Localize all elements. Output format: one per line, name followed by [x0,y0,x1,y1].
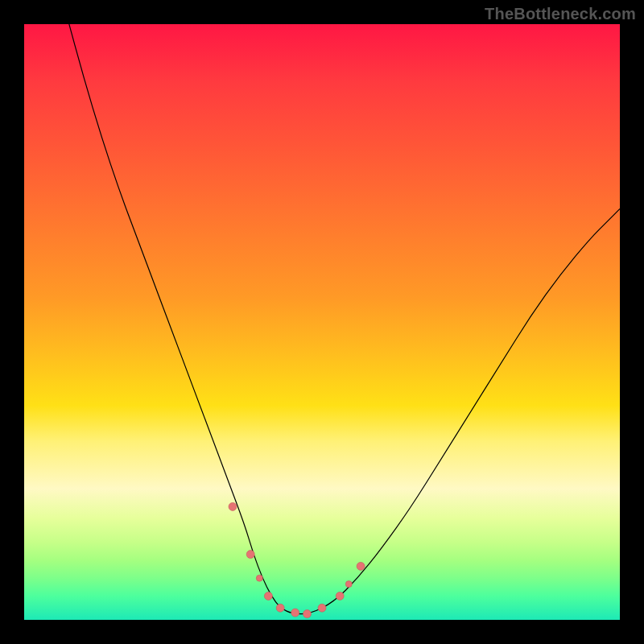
curve-marker [357,562,365,570]
chart-svg [24,24,620,620]
curve-marker [276,604,284,612]
curve-marker [303,610,312,618]
curve-marker [336,592,344,600]
curve-marker [256,575,262,581]
curve-marker [246,551,254,559]
curve-marker [318,604,326,612]
curve-marker [291,609,299,617]
curve-marker [345,581,352,588]
curve-marker [264,592,272,600]
watermark-label: TheBottleneck.com [485,5,636,23]
bottleneck-curve [66,12,620,613]
curve-marker [229,502,237,510]
chart-frame: TheBottleneck.com [0,0,644,644]
curve-markers [229,502,365,617]
